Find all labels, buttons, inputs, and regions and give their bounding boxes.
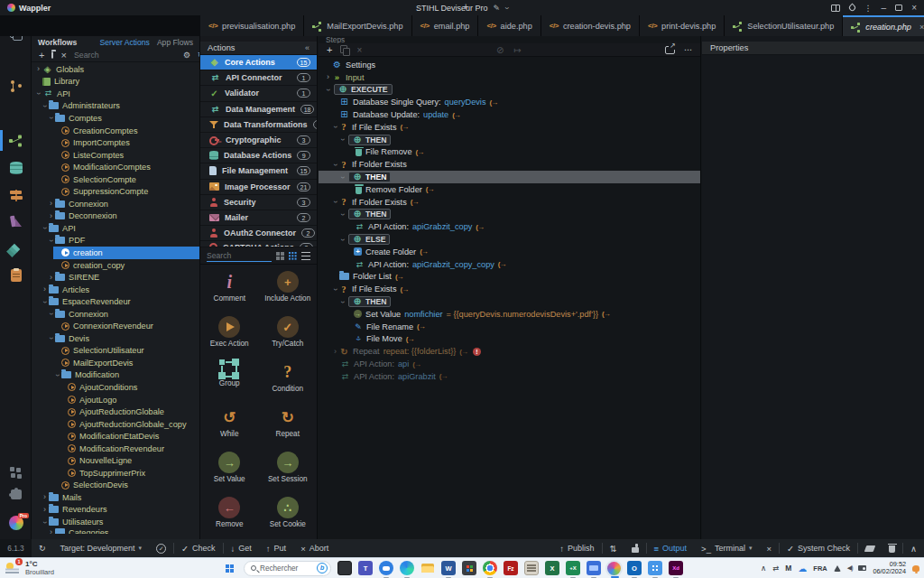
- tree-arrow-icon[interactable]: ›: [53, 371, 61, 379]
- action-category[interactable]: Data Transformations4: [200, 117, 317, 133]
- step-arrow-icon[interactable]: ›: [338, 173, 346, 182]
- tree-item[interactable]: ›EspaceRevendeur: [32, 295, 199, 308]
- taskbar-app-teams[interactable]: T: [358, 561, 373, 575]
- step-row[interactable]: ⇄API Action:apiGrabzit_copy(→: [319, 220, 700, 233]
- tree-item[interactable]: ›◈Globals: [32, 63, 199, 76]
- rail-item-git[interactable]: [0, 80, 32, 93]
- disable-step-icon[interactable]: ⊘: [496, 45, 504, 55]
- step-row[interactable]: ⇄API Action:apiGrabzit(→: [319, 370, 700, 383]
- rail-item-signpost[interactable]: [0, 190, 32, 201]
- rail-item-design[interactable]: [0, 216, 32, 228]
- tree-arrow-icon[interactable]: ›: [41, 285, 49, 294]
- more-menu-icon[interactable]: ⋮: [864, 4, 873, 13]
- action-category[interactable]: ◈Core Actions15: [200, 55, 317, 70]
- step-row[interactable]: ›?If File Exists(→: [319, 283, 700, 295]
- tree-item[interactable]: ListeComptes: [32, 149, 199, 162]
- tree-item[interactable]: AjoutReductionGlobale: [32, 406, 199, 418]
- add-step-button[interactable]: +: [327, 44, 332, 55]
- language-indicator[interactable]: FRA: [813, 564, 827, 573]
- tree-arrow-icon[interactable]: ›: [47, 310, 55, 318]
- taskbar-app-window-app[interactable]: [337, 561, 352, 575]
- tree-arrow-icon[interactable]: ›: [41, 298, 49, 306]
- step-row[interactable]: ›⊕THEN: [319, 295, 700, 308]
- tree-item[interactable]: ›Administrateurs: [32, 100, 199, 113]
- tree-item[interactable]: ›API: [32, 222, 199, 235]
- target-selector[interactable]: Target: Development▾: [53, 539, 150, 557]
- tree-item[interactable]: AjoutConditions: [32, 381, 199, 394]
- step-row[interactable]: File Remove(→: [319, 146, 700, 159]
- step-row[interactable]: Folder List(→: [319, 271, 700, 284]
- expand-panel-icon[interactable]: ∧: [903, 539, 924, 557]
- action-category[interactable]: Image Processor21: [200, 180, 317, 195]
- tree-item[interactable]: ›Categories: [32, 528, 199, 534]
- split-view-icon[interactable]: [831, 5, 840, 12]
- view-large-grid-icon[interactable]: [276, 252, 284, 260]
- taskbar-app-filezilla[interactable]: Fz: [504, 561, 518, 575]
- rail-item-layers[interactable]: [0, 243, 32, 255]
- tree-arrow-icon[interactable]: ›: [47, 212, 55, 220]
- tree-arrow-icon[interactable]: ›: [47, 237, 55, 245]
- action-category[interactable]: OAuth2 Connector2: [200, 226, 317, 241]
- taskbar-app-office[interactable]: [462, 561, 476, 575]
- tree-arrow-icon[interactable]: ›: [41, 518, 49, 527]
- tree-item[interactable]: SuppressionCompte: [32, 185, 199, 198]
- get-button[interactable]: ↓Get: [224, 539, 259, 557]
- deploy-nodes-icon[interactable]: ⇅: [603, 539, 624, 557]
- action-include-action[interactable]: +Include Action: [259, 271, 318, 316]
- start-button[interactable]: [222, 561, 237, 576]
- action-category[interactable]: ⇄Data Management18: [200, 102, 317, 117]
- camera-icon[interactable]: [858, 565, 866, 571]
- volume-icon[interactable]: ◀): [847, 564, 853, 572]
- tree-item[interactable]: ›Utilisateurs: [32, 516, 199, 528]
- taskbar-app-edge[interactable]: [400, 561, 414, 575]
- step-arrow-icon[interactable]: ›: [331, 161, 339, 169]
- tree-item[interactable]: AjoutLogo: [32, 394, 199, 406]
- action-set-value[interactable]: →Set Value: [200, 452, 259, 497]
- theme-droplet-icon[interactable]: [847, 4, 856, 13]
- editor-tab[interactable]: </>previsualisation.php: [200, 15, 304, 36]
- step-arrow-icon[interactable]: ›: [338, 135, 346, 144]
- put-button[interactable]: ↑Put: [259, 539, 293, 557]
- step-row[interactable]: ⇄API Action:api(→: [319, 358, 700, 370]
- step-row[interactable]: ›?If Folder Exists: [319, 158, 700, 171]
- close-output-icon[interactable]: ×: [759, 539, 779, 557]
- tree-item[interactable]: AjoutReductionGlobale_copy: [32, 418, 199, 431]
- action-exec-action[interactable]: Exec Action: [200, 316, 259, 361]
- tree-item[interactable]: creation_copy: [32, 259, 199, 272]
- actions-search-input[interactable]: [207, 250, 272, 262]
- editor-tab[interactable]: </>creation-devis.php: [541, 15, 640, 36]
- tree-arrow-icon[interactable]: ›: [47, 528, 55, 534]
- tree-arrow-icon[interactable]: ›: [47, 200, 55, 208]
- maximize-button[interactable]: [895, 5, 902, 11]
- weather-widget[interactable]: 1 1°C Brouillard: [5, 560, 54, 576]
- tree-item[interactable]: ›PDF: [32, 235, 199, 247]
- close-button[interactable]: ×: [911, 4, 917, 13]
- tree-item[interactable]: ›Deconnexion: [32, 210, 199, 223]
- view-list-icon[interactable]: [301, 252, 310, 260]
- editor-tab[interactable]: </>email.php: [412, 15, 479, 36]
- taskbar-app-file-explorer[interactable]: [420, 561, 435, 575]
- tray-swap-icon[interactable]: ⇄: [772, 564, 779, 573]
- tree-arrow-icon[interactable]: ›: [41, 102, 49, 110]
- step-arrow-icon[interactable]: ›: [338, 210, 346, 219]
- step-row[interactable]: ›⊕EXECUTE: [319, 84, 700, 97]
- step-row[interactable]: ›⊕ELSE: [319, 233, 700, 246]
- workflows-settings-icon[interactable]: ⚙: [183, 51, 190, 60]
- rail-item-puzzle[interactable]: [0, 487, 32, 499]
- wifi-icon[interactable]: [834, 565, 841, 572]
- step-arrow-icon[interactable]: ›: [324, 73, 332, 81]
- action-repeat[interactable]: ↻Repeat: [259, 406, 318, 452]
- delete-step-icon[interactable]: ×: [356, 45, 362, 55]
- editor-tab[interactable]: SelectionUtilisateur.php: [725, 15, 843, 36]
- new-folder-button[interactable]: [51, 51, 53, 59]
- notifications-bell-icon[interactable]: [912, 565, 919, 572]
- trash-output-icon[interactable]: [882, 539, 902, 557]
- action-set-session[interactable]: →Set Session: [259, 452, 318, 497]
- action-while[interactable]: ↺While: [200, 406, 259, 452]
- action-set-cookie[interactable]: ∴Set Cookie: [259, 497, 318, 539]
- action-try-catch[interactable]: ✓Try/Catch: [259, 316, 318, 361]
- tree-arrow-icon[interactable]: ›: [41, 506, 49, 514]
- step-row[interactable]: ⊞Database Update:update(→: [319, 108, 700, 121]
- step-row[interactable]: Remove Folder(→: [319, 183, 700, 196]
- step-arrow-icon[interactable]: ›: [331, 348, 339, 356]
